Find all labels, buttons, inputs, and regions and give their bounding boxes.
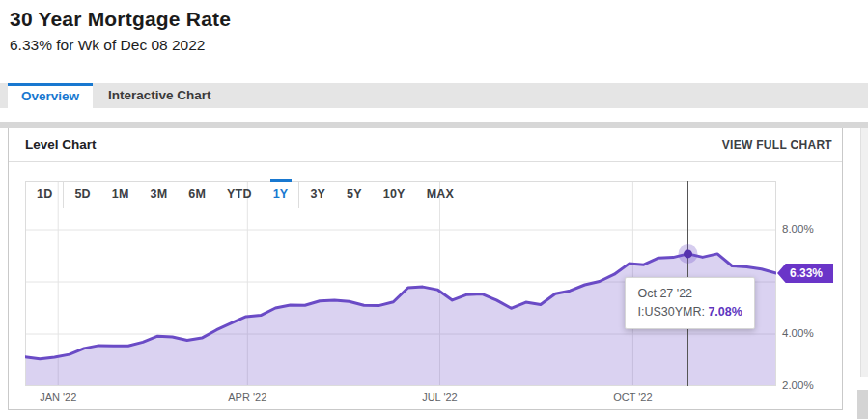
range-10y[interactable]: 10Y bbox=[373, 181, 416, 208]
section-divider bbox=[0, 122, 868, 128]
range-1d[interactable]: 1D bbox=[26, 181, 63, 208]
range-3m[interactable]: 3M bbox=[140, 181, 179, 208]
adjacent-panel-edge bbox=[860, 128, 868, 377]
tab-interactive-chart[interactable]: Interactive Chart bbox=[93, 83, 227, 108]
x-axis-tick: APR '22 bbox=[228, 391, 266, 403]
level-chart-card: Level Chart VIEW FULL CHART 1D5D1M3M6MYT… bbox=[8, 128, 843, 410]
range-selector: 1D5D1M3M6MYTD1Y3Y5Y10YMAX bbox=[26, 181, 464, 208]
tooltip-series-label: I:US30YMR: bbox=[637, 305, 704, 319]
x-axis-tick: JAN '22 bbox=[40, 391, 76, 403]
active-range-indicator bbox=[270, 179, 292, 182]
adjacent-panel-corner bbox=[857, 390, 868, 419]
card-title: Level Chart bbox=[25, 128, 97, 161]
x-axis-tick: JUL '22 bbox=[422, 391, 458, 403]
range-5d[interactable]: 5D bbox=[63, 181, 100, 208]
tooltip-value: 7.08% bbox=[708, 305, 742, 319]
y-axis-tick: 8.00% bbox=[782, 223, 814, 235]
range-5y[interactable]: 5Y bbox=[336, 181, 373, 208]
last-value-label: 6.33% bbox=[790, 266, 823, 280]
page: 30 Year Mortgage Rate 6.33% for Wk of De… bbox=[0, 0, 868, 419]
x-axis-tick: OCT '22 bbox=[613, 391, 652, 403]
range-1y[interactable]: 1Y bbox=[263, 181, 299, 208]
page-title: 30 Year Mortgage Rate bbox=[10, 8, 231, 31]
y-axis-tick: 2.00% bbox=[782, 379, 814, 391]
range-3y[interactable]: 3Y bbox=[298, 181, 336, 208]
range-ytd[interactable]: YTD bbox=[216, 181, 263, 208]
tooltip-date: Oct 27 '22 bbox=[637, 285, 742, 303]
range-max[interactable]: MAX bbox=[416, 181, 464, 208]
range-6m[interactable]: 6M bbox=[178, 181, 216, 208]
tab-bar: Overview Interactive Chart bbox=[0, 83, 868, 108]
card-header: Level Chart VIEW FULL CHART bbox=[9, 128, 842, 162]
chart-tooltip: Oct 27 '22 I:US30YMR: 7.08% bbox=[625, 277, 754, 329]
range-1m[interactable]: 1M bbox=[101, 181, 140, 208]
last-value-badge: 6.33% bbox=[777, 264, 833, 283]
y-axis-tick: 4.00% bbox=[782, 327, 814, 339]
tab-overview[interactable]: Overview bbox=[8, 83, 93, 108]
view-full-chart-link[interactable]: VIEW FULL CHART bbox=[722, 128, 832, 161]
page-subtitle: 6.33% for Wk of Dec 08 2022 bbox=[10, 37, 205, 54]
